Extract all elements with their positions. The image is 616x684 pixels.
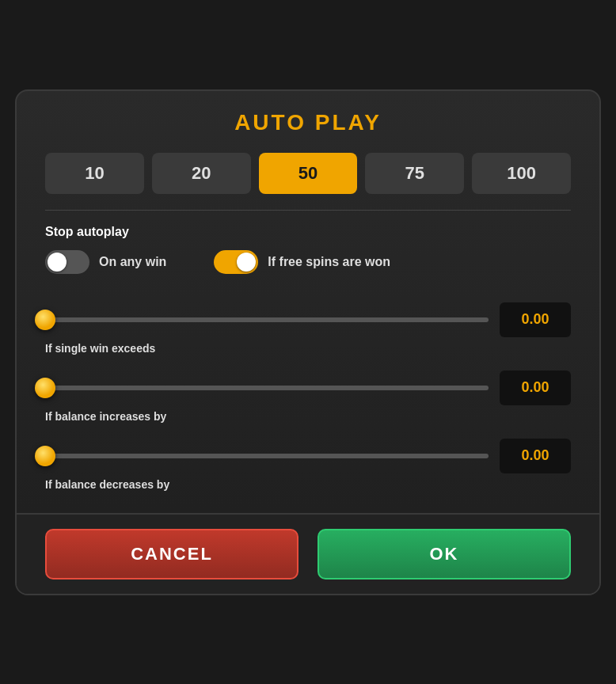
sliders-section: 0.00 If single win exceeds 0.00 If b [45,302,571,491]
slider-balance-decrease-value-box: 0.00 [500,439,571,473]
toggle-free-spins-thumb [237,253,256,272]
dialog-footer: CANCEL OK [17,513,599,594]
toggle-free-spins: If free spins are won [214,250,390,274]
slider-balance-decrease-wrap[interactable] [45,448,489,464]
toggle-any-win-label: On any win [99,255,166,269]
spin-option-100[interactable]: 100 [472,153,571,194]
slider-balance-decrease-thumb[interactable] [35,446,55,466]
slider-balance-decrease-container: 0.00 [45,439,571,473]
slider-single-win-wrap[interactable] [45,312,489,328]
ok-button[interactable]: OK [318,529,571,580]
slider-single-win-value-box: 0.00 [500,302,571,337]
cancel-button[interactable]: CANCEL [45,529,298,580]
slider-balance-increase-value-box: 0.00 [500,370,571,405]
dialog-title: AUTO PLAY [45,110,571,135]
spin-options: 10 20 50 75 100 [45,153,571,194]
spin-option-75[interactable]: 75 [365,153,464,194]
slider-balance-decrease-row: 0.00 If balance decreases by [45,439,571,491]
stop-autoplay-label: Stop autoplay [45,225,571,239]
toggle-any-win-track[interactable] [45,250,89,274]
slider-balance-decrease-value: 0.00 [521,447,549,464]
toggle-any-win-thumb [48,253,67,272]
toggle-free-spins-label: If free spins are won [268,255,390,269]
spin-option-20[interactable]: 20 [152,153,251,194]
toggle-any-win: On any win [45,250,166,274]
slider-balance-increase-thumb[interactable] [35,378,55,398]
slider-single-win-container: 0.00 [45,302,571,337]
slider-balance-decrease-label: If balance decreases by [45,478,571,491]
slider-balance-increase-label: If balance increases by [45,410,571,423]
spin-option-50[interactable]: 50 [259,153,358,194]
slider-single-win-thumb[interactable] [35,310,55,330]
slider-balance-increase-bg [45,386,489,390]
slider-single-win-label: If single win exceeds [45,342,571,355]
slider-balance-increase-container: 0.00 [45,370,571,405]
slider-balance-increase-wrap[interactable] [45,380,489,396]
slider-single-win-value: 0.00 [521,311,549,328]
slider-single-win-row: 0.00 If single win exceeds [45,302,571,355]
dialog-body: AUTO PLAY 10 20 50 75 100 Stop autoplay … [17,91,599,513]
slider-balance-decrease-bg [45,454,489,458]
spin-option-10[interactable]: 10 [45,153,144,194]
toggle-free-spins-track[interactable] [214,250,258,274]
toggles-row: On any win If free spins are won [45,250,571,274]
slider-balance-increase-row: 0.00 If balance increases by [45,370,571,423]
slider-balance-increase-value: 0.00 [521,379,549,396]
slider-single-win-bg [45,317,489,322]
section-divider [45,210,571,211]
autoplay-dialog: AUTO PLAY 10 20 50 75 100 Stop autoplay … [15,89,601,595]
